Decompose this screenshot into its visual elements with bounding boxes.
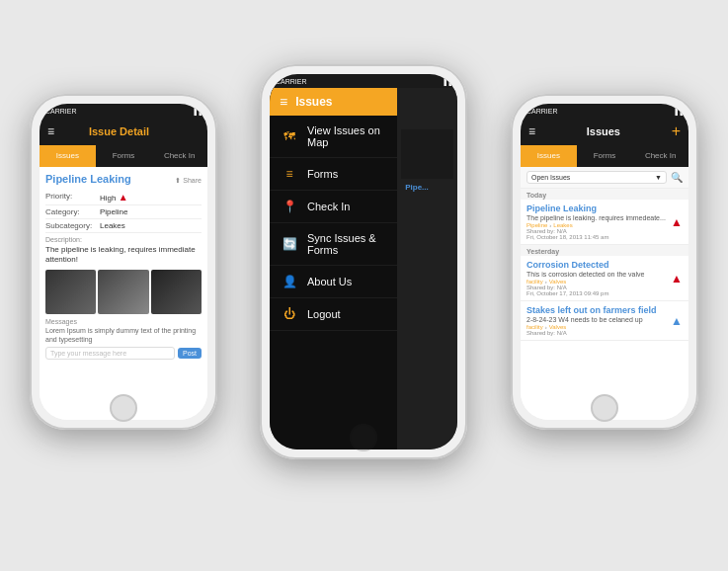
- scene: CARRIER ▐▐ ≡ Issue Detail Issues Forms: [0, 0, 728, 571]
- image-3: [151, 270, 202, 314]
- battery-center: ▐▐: [442, 78, 451, 85]
- subcategory-row: Subcategory: Leakes: [45, 221, 202, 233]
- date-meta-2: Fri, October 17, 2013 09:49 pm: [526, 290, 683, 296]
- menu-sidebar: ≡ Issues 🗺 View Issues on Map ≡ Forms: [270, 88, 397, 449]
- about-icon: 👤: [282, 275, 297, 288]
- carrier-left: CARRIER: [45, 108, 77, 115]
- menu-label-about: About Us: [307, 276, 352, 287]
- right-screen-content: CARRIER ▐▐ ≡ Issues + Issues Forms: [521, 104, 688, 420]
- list-item[interactable]: Stakes left out on farmers field 2-8-24-…: [521, 301, 688, 341]
- menu-item-sync[interactable]: 🔄 Sync Issues & Forms: [270, 223, 397, 266]
- phone-center: CARRIER ▐▐ Pipe...: [260, 64, 467, 459]
- menu-item-checkin[interactable]: 📍 Check In: [270, 191, 397, 223]
- share-btn[interactable]: ⬆ Share: [175, 177, 202, 185]
- hamburger-icon-left[interactable]: ≡: [47, 125, 54, 137]
- tab-forms-left[interactable]: Forms: [96, 145, 152, 167]
- home-button-left[interactable]: [110, 394, 137, 422]
- messages-label-left: Messages: [45, 318, 202, 325]
- menu-label-forms: Forms: [307, 168, 338, 180]
- chevron-down-icon: ▼: [655, 174, 662, 181]
- tab-forms-right[interactable]: Forms: [577, 145, 633, 167]
- message-input-row: Type your message here Post: [45, 347, 202, 360]
- center-screen-content: CARRIER ▐▐ Pipe...: [270, 74, 457, 449]
- menu-label-sync: Sync Issues & Forms: [307, 232, 385, 256]
- image-2: [98, 270, 148, 314]
- carrier-right: CARRIER: [526, 108, 558, 115]
- issue-title-left: Pipeline Leaking: [45, 173, 131, 185]
- lorem-text-left: Lorem Ipsum is simply dummy text of the …: [45, 326, 202, 344]
- search-icon-right[interactable]: 🔍: [671, 172, 683, 183]
- category-row: Category: Pipeline: [45, 207, 202, 219]
- category-value: Pipeline: [100, 207, 127, 216]
- images-row-left: [45, 270, 202, 314]
- issues-filter-bar: Open Issues ▼ 🔍: [521, 167, 688, 189]
- tab-bar-right: Issues Forms Check In: [521, 145, 688, 167]
- dark-overlay: Pipe... ≡ Issues 🗺: [270, 88, 457, 449]
- tab-bar-left: Issues Forms Check In: [40, 145, 207, 167]
- menu-item-forms[interactable]: ≡ Forms: [270, 158, 397, 191]
- open-issues-dropdown[interactable]: Open Issues ▼: [526, 171, 667, 184]
- screen-left: CARRIER ▐▐ ≡ Issue Detail Issues Forms: [40, 104, 207, 420]
- subcategory-label: Subcategory:: [45, 221, 100, 230]
- priority-arrow-icon: ▲: [119, 192, 128, 203]
- tab-issues-right[interactable]: Issues: [521, 145, 577, 167]
- category-label: Category:: [45, 207, 100, 216]
- tab-checkin-right[interactable]: Check In: [632, 145, 688, 167]
- hamburger-icon-right[interactable]: ≡: [528, 125, 535, 137]
- phone-right: CARRIER ▐▐ ≡ Issues + Issues Forms: [511, 94, 698, 430]
- message-input[interactable]: Type your message here: [45, 347, 175, 360]
- left-screen-content: CARRIER ▐▐ ≡ Issue Detail Issues Forms: [40, 104, 207, 420]
- menu-label-view-issues: View Issues on Map: [307, 124, 385, 148]
- menu-overlay: Pipe... ≡ Issues 🗺: [270, 88, 457, 449]
- status-bar-right: CARRIER ▐▐: [521, 104, 688, 118]
- status-bar-center: CARRIER ▐▐: [270, 74, 457, 88]
- page-title-left: Issue Detail: [54, 125, 184, 137]
- issue-list-desc-1: The pipeline is leaking. requires immede…: [526, 214, 683, 221]
- list-item[interactable]: Corrosion Detected This is corrosion det…: [521, 256, 688, 301]
- forms-icon: ≡: [282, 167, 297, 181]
- home-button-right[interactable]: [591, 394, 618, 422]
- priority-arrow-1: ▲: [671, 215, 683, 229]
- menu-label-checkin: Check In: [307, 201, 350, 212]
- content-peek: Pipe...: [397, 88, 457, 449]
- add-issue-button[interactable]: +: [672, 122, 681, 140]
- peek-text: Pipe...: [397, 88, 457, 200]
- menu-label-logout: Logout: [307, 308, 341, 320]
- nav-bar-left: ≡ Issue Detail: [40, 118, 207, 145]
- shared-meta-3: Shared by: N/A: [526, 330, 683, 336]
- nav-bar-right: ≡ Issues +: [521, 118, 688, 145]
- page-title-right: Issues: [535, 125, 672, 137]
- issue-detail-content: Pipeline Leaking ⬆ Share Priority: High …: [40, 167, 207, 420]
- tab-issues-left[interactable]: Issues: [40, 145, 96, 167]
- menu-item-view-issues[interactable]: 🗺 View Issues on Map: [270, 116, 397, 158]
- tab-checkin-left[interactable]: Check In: [151, 145, 207, 167]
- carrier-center: CARRIER: [276, 78, 307, 85]
- issue-list-title-1: Pipeline Leaking: [526, 204, 683, 213]
- priority-arrow-2: ▲: [671, 272, 683, 286]
- desc-label-left: Description:: [45, 236, 202, 243]
- day-yesterday-label: Yesterday: [521, 245, 688, 256]
- issue-list-desc-3: 2-8-24-23 W4 needs to be celaned up: [526, 316, 683, 323]
- battery-left: ▐▐: [192, 108, 202, 115]
- issue-list-title-3: Stakes left out on farmers field: [526, 305, 683, 315]
- menu-item-about[interactable]: 👤 About Us: [270, 266, 397, 298]
- priority-row: Priority: High ▲: [45, 192, 202, 205]
- screen-center: CARRIER ▐▐ Pipe...: [270, 74, 457, 449]
- day-today-label: Today: [521, 189, 688, 200]
- issue-list-title-2: Corrosion Detected: [526, 260, 683, 270]
- date-meta-1: Fri, October 18, 2013 11:45 am: [526, 234, 683, 240]
- menu-item-logout[interactable]: ⏻ Logout: [270, 298, 397, 331]
- list-item[interactable]: Pipeline Leaking The pipeline is leaking…: [521, 200, 688, 245]
- issues-list-right: Today Pipeline Leaking The pipeline is l…: [521, 189, 688, 420]
- map-icon: 🗺: [282, 129, 297, 143]
- priority-arrow-3: ▲: [671, 314, 683, 328]
- issue-list-desc-2: This is corrosion detected on the valve: [526, 271, 683, 278]
- post-button[interactable]: Post: [178, 348, 202, 359]
- menu-header: ≡ Issues: [270, 88, 397, 116]
- screen-right: CARRIER ▐▐ ≡ Issues + Issues Forms: [521, 104, 688, 420]
- subcategory-value: Leakes: [100, 221, 125, 230]
- image-1: [45, 270, 96, 314]
- priority-value: High ▲: [100, 192, 128, 203]
- battery-right: ▐▐: [673, 108, 683, 115]
- logout-icon: ⏻: [282, 307, 297, 321]
